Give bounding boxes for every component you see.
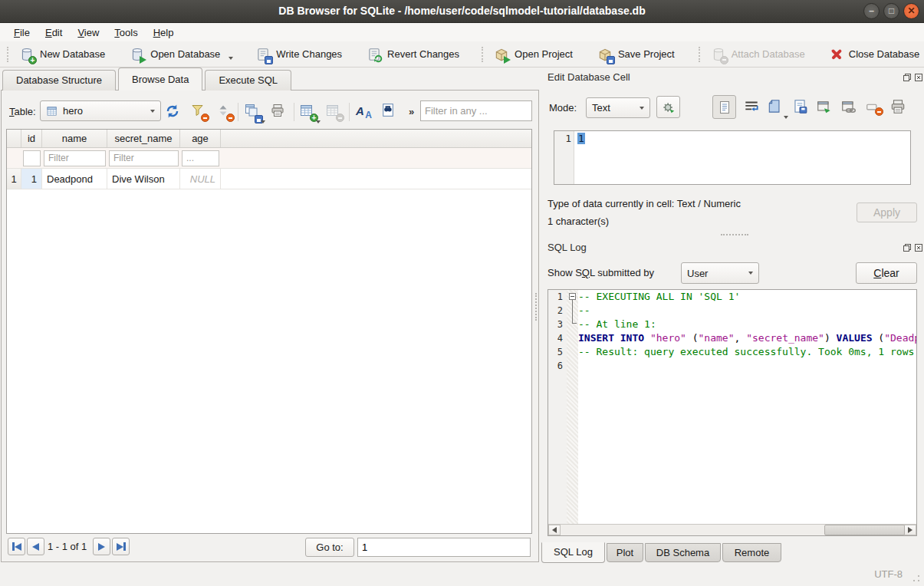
column-header-age[interactable]: age bbox=[180, 130, 221, 147]
dock-close-icon[interactable] bbox=[914, 73, 923, 82]
panel-splitter-handle[interactable] bbox=[535, 293, 539, 321]
separator bbox=[238, 103, 238, 121]
cell-editor[interactable]: 1 1 bbox=[554, 130, 911, 185]
print-cell-button[interactable] bbox=[889, 98, 908, 117]
last-record-button[interactable] bbox=[112, 538, 130, 555]
word-wrap-button[interactable] bbox=[743, 98, 761, 117]
scroll-right-icon[interactable] bbox=[904, 525, 916, 535]
filter-input-age[interactable] bbox=[182, 150, 219, 166]
column-header-id[interactable]: id bbox=[21, 130, 42, 147]
record-range-label: 1 - 1 of 1 bbox=[48, 541, 87, 552]
filter-input-id[interactable] bbox=[23, 150, 41, 166]
title-bar[interactable]: DB Browser for SQLite - /home/user/code/… bbox=[0, 0, 924, 23]
menu-edit[interactable]: Edit bbox=[38, 25, 70, 41]
resize-grip[interactable] bbox=[912, 574, 921, 583]
refresh-button[interactable] bbox=[164, 103, 182, 121]
menu-view[interactable]: View bbox=[70, 25, 107, 41]
open-database-icon bbox=[130, 47, 145, 62]
fold-collapse-icon[interactable] bbox=[569, 293, 576, 300]
dock-splitter-handle[interactable] bbox=[721, 234, 748, 238]
sql-log-filter-select[interactable]: User bbox=[681, 262, 759, 284]
import-from-file-button[interactable] bbox=[767, 98, 785, 117]
attach-database-button: Attach Database bbox=[704, 43, 812, 66]
mode-select-value: Text bbox=[592, 102, 610, 114]
sql-log-hscrollbar[interactable] bbox=[548, 524, 916, 535]
tab-database-structure[interactable]: Database Structure bbox=[2, 70, 116, 91]
mode-select[interactable]: Text bbox=[586, 97, 650, 118]
goto-input[interactable] bbox=[357, 538, 531, 557]
scrollbar-track[interactable] bbox=[561, 525, 904, 535]
new-database-button[interactable]: + New Database bbox=[12, 43, 112, 66]
clear-filters-button[interactable] bbox=[190, 103, 209, 121]
toolbar-overflow-chevron[interactable]: » bbox=[409, 106, 414, 117]
table-select[interactable]: hero bbox=[40, 100, 161, 121]
set-null-button[interactable] bbox=[865, 98, 883, 117]
log-line: 5-- Result: query executed successfully.… bbox=[548, 345, 916, 359]
data-link-button[interactable] bbox=[840, 98, 859, 117]
print-records-button[interactable] bbox=[270, 103, 288, 121]
log-line: 1-- EXECUTING ALL IN 'SQL 1' bbox=[548, 290, 916, 304]
close-icon[interactable]: ✕ bbox=[903, 3, 919, 19]
minimize-icon[interactable]: – bbox=[863, 3, 880, 19]
scrollbar-thumb[interactable] bbox=[824, 525, 905, 535]
close-database-button[interactable]: Close Database bbox=[823, 44, 924, 65]
main-toolbar: + New Database Open Database Write Chang… bbox=[0, 41, 924, 67]
previous-record-button[interactable] bbox=[27, 538, 44, 555]
tab-execute-sql[interactable]: Execute SQL bbox=[205, 70, 291, 91]
open-external-button[interactable] bbox=[816, 98, 834, 117]
cell-id[interactable]: 1 bbox=[21, 169, 42, 189]
filter-input-secret-name[interactable] bbox=[109, 150, 179, 166]
menu-help[interactable]: Help bbox=[146, 25, 182, 41]
menu-file[interactable]: File bbox=[6, 25, 38, 41]
new-record-button[interactable]: + bbox=[299, 103, 317, 121]
auto-apply-button[interactable] bbox=[656, 96, 680, 118]
find-in-cells-button[interactable] bbox=[380, 102, 398, 120]
column-header-name[interactable]: name bbox=[42, 130, 107, 147]
write-changes-button[interactable]: Write Changes bbox=[248, 43, 349, 66]
dock-float-icon[interactable] bbox=[903, 243, 912, 252]
chevron-down-icon bbox=[784, 116, 788, 119]
open-database-dropdown-icon[interactable] bbox=[229, 57, 233, 60]
tab-browse-data[interactable]: Browse Data bbox=[118, 67, 202, 91]
goto-button[interactable]: Go to: bbox=[305, 538, 354, 557]
clear-log-button[interactable]: Clear bbox=[856, 262, 917, 284]
dock-tab-remote[interactable]: Remote bbox=[722, 543, 781, 562]
log-line: 2-- bbox=[548, 304, 916, 318]
dock-tab-plot[interactable]: Plot bbox=[607, 543, 643, 562]
cell-name[interactable]: Deadpond bbox=[42, 169, 107, 189]
font-button[interactable] bbox=[354, 103, 373, 121]
clear-sort-button[interactable] bbox=[215, 103, 234, 121]
dock-close-icon[interactable] bbox=[914, 243, 923, 252]
sql-log-view[interactable]: 1-- EXECUTING ALL IN 'SQL 1'2--3-- At li… bbox=[547, 289, 917, 536]
cell-secret-name[interactable]: Dive Wilson bbox=[107, 169, 180, 189]
toolbar-grip[interactable] bbox=[482, 47, 483, 62]
text-mode-button[interactable] bbox=[712, 95, 736, 119]
menu-bar: File Edit View Tools Help bbox=[0, 23, 924, 41]
filter-any-input[interactable] bbox=[420, 100, 532, 121]
dock-tab-db-schema[interactable]: DB Schema bbox=[645, 543, 721, 562]
column-header-secret-name[interactable]: secret_name bbox=[107, 130, 180, 147]
export-to-file-button[interactable] bbox=[791, 98, 810, 117]
row-header[interactable]: 1 bbox=[7, 169, 21, 189]
cell-editor-value[interactable]: 1 bbox=[577, 133, 585, 144]
toolbar-grip[interactable] bbox=[699, 47, 700, 62]
dock-tab-sql-log[interactable]: SQL Log bbox=[541, 542, 605, 563]
next-record-button[interactable] bbox=[93, 538, 110, 555]
open-project-button[interactable]: Open Project bbox=[487, 43, 580, 66]
first-record-button[interactable] bbox=[8, 538, 25, 555]
filter-input-name[interactable] bbox=[44, 150, 106, 166]
dock-float-icon[interactable] bbox=[903, 73, 912, 82]
grid-corner[interactable] bbox=[7, 130, 21, 147]
cell-age[interactable]: NULL bbox=[180, 169, 221, 189]
cell-char-count: 1 character(s) bbox=[547, 216, 609, 227]
revert-changes-button[interactable]: Revert Changes bbox=[360, 43, 466, 66]
scroll-left-icon[interactable] bbox=[548, 525, 561, 535]
save-project-button[interactable]: Save Project bbox=[590, 43, 682, 66]
open-database-button[interactable]: Open Database bbox=[123, 43, 227, 66]
menu-tools[interactable]: Tools bbox=[107, 25, 145, 41]
app-window: DB Browser for SQLite - /home/user/code/… bbox=[0, 0, 924, 586]
main-tab-bar: Database Structure Browse Data Execute S… bbox=[2, 67, 294, 91]
toolbar-grip[interactable] bbox=[7, 47, 8, 62]
maximize-icon[interactable]: □ bbox=[883, 3, 899, 19]
copy-record-button[interactable] bbox=[244, 103, 262, 121]
